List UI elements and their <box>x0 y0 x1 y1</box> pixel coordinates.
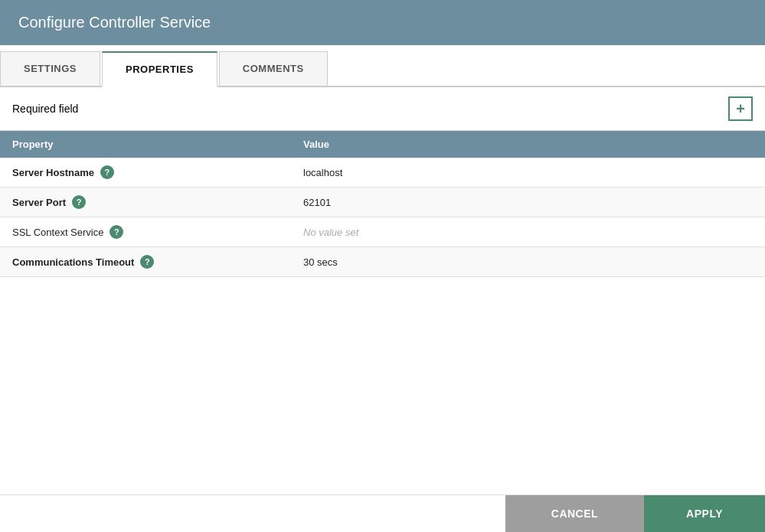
required-field-bar: Required field + <box>0 87 765 131</box>
dialog-header: Configure Controller Service <box>0 0 765 45</box>
property-value: localhost <box>303 167 342 178</box>
dialog-footer: CANCEL APPLY <box>0 494 765 532</box>
table-row: SSL Context Service?No value set <box>0 217 765 247</box>
help-icon[interactable]: ? <box>110 225 123 239</box>
dialog-title: Configure Controller Service <box>18 14 211 31</box>
properties-table: Property Value Server Hostname?localhost… <box>0 131 765 277</box>
add-property-button[interactable]: + <box>728 96 753 121</box>
property-value: 30 secs <box>303 256 338 268</box>
apply-button[interactable]: APPLY <box>644 495 765 532</box>
content-area: Required field + Property Value Server H… <box>0 87 765 494</box>
table-row: Server Port?62101 <box>0 188 765 217</box>
cancel-button[interactable]: CANCEL <box>505 495 644 532</box>
tab-comments[interactable]: COMMENTS <box>219 51 328 86</box>
property-value: 62101 <box>303 197 331 208</box>
property-value: No value set <box>303 227 358 238</box>
table-row: Server Hostname?localhost <box>0 158 765 188</box>
table-header-row: Property Value <box>0 131 765 158</box>
col-header-property: Property <box>0 131 291 158</box>
col-header-value: Value <box>291 131 582 158</box>
col-header-action <box>582 131 765 158</box>
table-row: Communications Timeout?30 secs <box>0 247 765 277</box>
help-icon[interactable]: ? <box>140 255 154 269</box>
tab-properties[interactable]: PROPERTIES <box>102 51 217 87</box>
tab-settings[interactable]: SETTINGS <box>0 51 100 86</box>
required-field-label: Required field <box>12 103 78 115</box>
help-icon[interactable]: ? <box>72 195 86 209</box>
help-icon[interactable]: ? <box>100 165 114 179</box>
tabs-container: SETTINGS PROPERTIES COMMENTS <box>0 45 765 87</box>
